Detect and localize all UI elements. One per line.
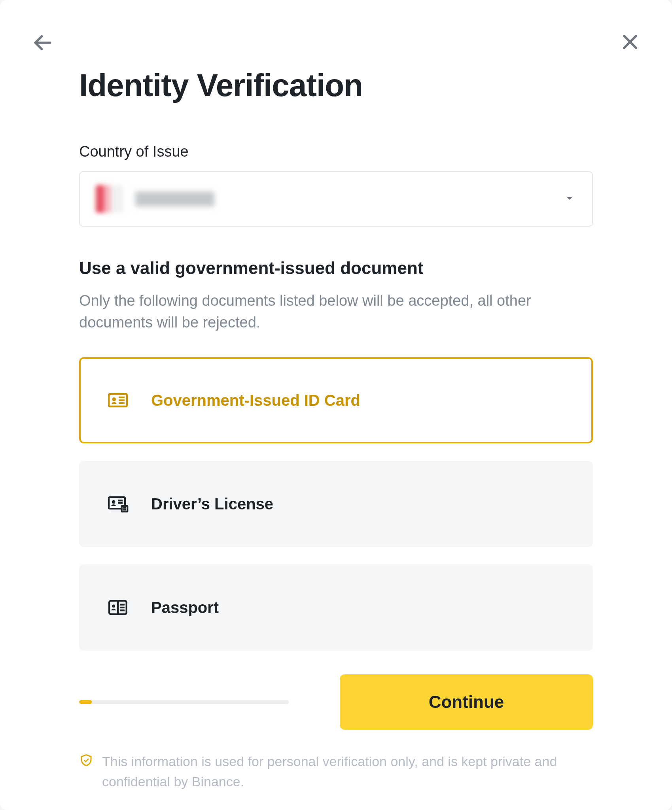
shield-check-icon (79, 753, 93, 769)
svg-point-4 (112, 397, 116, 401)
identity-verification-modal: Identity Verification Country of Issue U… (0, 0, 672, 810)
footer-row: Continue (79, 674, 593, 730)
chevron-down-icon (563, 191, 576, 206)
progress-fill (79, 700, 92, 704)
country-select[interactable] (79, 171, 593, 227)
doc-option-id-card[interactable]: Government-Issued ID Card (79, 357, 593, 443)
id-card-icon (106, 389, 129, 412)
document-heading: Use a valid government-issued document (79, 258, 593, 278)
close-icon (620, 32, 640, 52)
doc-option-label: Driver’s License (151, 495, 273, 513)
doc-option-passport[interactable]: Passport (79, 564, 593, 651)
document-subheading: Only the following documents listed belo… (79, 290, 593, 333)
passport-icon (106, 596, 129, 619)
country-flag-redacted (96, 185, 123, 213)
back-button[interactable] (32, 32, 54, 55)
doc-option-label: Passport (151, 599, 219, 617)
driver-license-icon (106, 492, 129, 515)
doc-option-driver-license[interactable]: Driver’s License (79, 461, 593, 547)
close-button[interactable] (620, 32, 640, 54)
country-label: Country of Issue (79, 143, 593, 160)
privacy-note: This information is used for personal ve… (79, 751, 593, 792)
privacy-text: This information is used for personal ve… (102, 751, 593, 792)
svg-point-15 (112, 605, 115, 608)
arrow-left-icon (32, 32, 54, 54)
svg-point-9 (112, 500, 115, 504)
svg-rect-12 (122, 506, 128, 512)
continue-button[interactable]: Continue (340, 674, 593, 730)
country-name-redacted (135, 191, 214, 206)
page-title: Identity Verification (79, 67, 593, 104)
progress-bar (79, 700, 289, 704)
doc-option-label: Government-Issued ID Card (151, 392, 360, 409)
